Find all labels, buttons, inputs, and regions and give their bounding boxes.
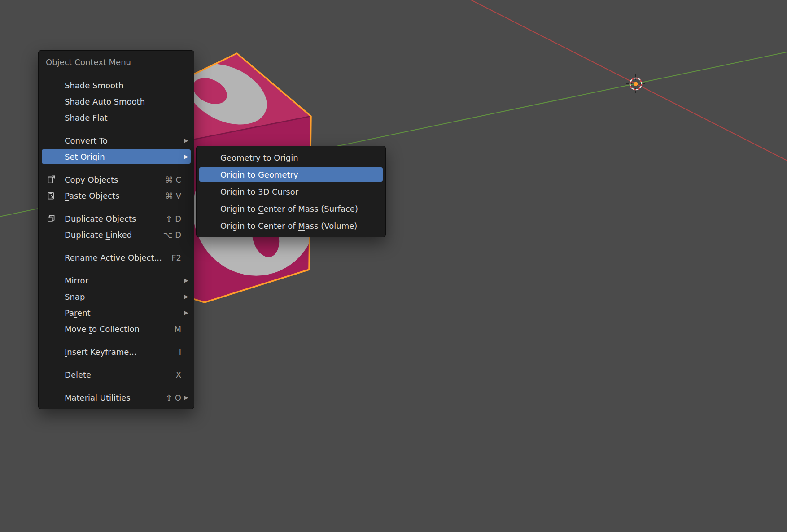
menu-item-label: Copy Objects xyxy=(65,175,118,184)
menu-section: Convert To ▶ Set Origin ▶ xyxy=(39,129,194,168)
object-origin-dot xyxy=(634,82,638,86)
menu-item-label: Duplicate Objects xyxy=(65,214,136,223)
menu-item-snap[interactable]: Snap ▶ xyxy=(39,288,194,305)
menu-item-shade-smooth[interactable]: Shade Smooth xyxy=(39,77,194,93)
menu-item-rename-active-object[interactable]: Rename Active Object... F2 xyxy=(39,249,194,266)
submenu-item-origin-to-center-of-mass-surface[interactable]: Origin to Center of Mass (Surface) xyxy=(197,200,385,217)
menu-item-label: Delete xyxy=(65,370,91,379)
menu-item-label: Rename Active Object... xyxy=(65,253,162,262)
menu-section: Delete X xyxy=(39,363,194,386)
menu-item-shortcut: M xyxy=(174,324,181,334)
paste-icon xyxy=(46,191,56,201)
menu-item-shortcut: ⇧ D xyxy=(166,214,181,223)
submenu-item-origin-to-3d-cursor[interactable]: Origin to 3D Cursor xyxy=(197,183,385,200)
submenu-item-origin-to-geometry[interactable]: Origin to Geometry xyxy=(197,166,385,183)
duplicate-icon xyxy=(46,214,56,223)
menu-item-copy-objects[interactable]: Copy Objects ⌘ C xyxy=(39,171,194,188)
set-origin-submenu: Geometry to Origin Origin to Geometry Or… xyxy=(196,146,386,237)
submenu-arrow-icon: ▶ xyxy=(181,394,191,401)
menu-item-shortcut: ⌘ V xyxy=(165,191,181,201)
submenu-arrow-icon: ▶ xyxy=(181,310,191,316)
menu-item-shade-auto-smooth[interactable]: Shade Auto Smooth xyxy=(39,93,194,109)
menu-section: Shade Smooth Shade Auto Smooth Shade Fla… xyxy=(39,74,194,129)
menu-item-shortcut: F2 xyxy=(171,253,181,262)
menu-item-material-utilities[interactable]: Material Utilities ⇧ Q ▶ xyxy=(39,389,194,406)
menu-item-shade-flat[interactable]: Shade Flat xyxy=(39,109,194,126)
submenu-item-geometry-to-origin[interactable]: Geometry to Origin xyxy=(197,149,385,166)
submenu-arrow-icon: ▶ xyxy=(181,277,191,283)
menu-section: Copy Objects ⌘ C Paste Objects ⌘ V xyxy=(39,168,194,207)
menu-item-label: Snap xyxy=(65,292,85,301)
object-context-menu: Object Context Menu Shade Smooth Shade A… xyxy=(38,50,194,409)
menu-section: Duplicate Objects ⇧ D Duplicate Linked ⌥… xyxy=(39,207,194,246)
menu-item-label: Set Origin xyxy=(65,152,105,161)
menu-item-shortcut: I xyxy=(179,347,181,357)
menu-item-label: Paste Objects xyxy=(65,191,119,201)
menu-section: Rename Active Object... F2 xyxy=(39,246,194,269)
submenu-item-origin-to-center-of-mass-volume[interactable]: Origin to Center of Mass (Volume) xyxy=(197,217,385,234)
menu-item-label: Origin to 3D Cursor xyxy=(220,187,298,196)
menu-item-label: Material Utilities xyxy=(65,393,131,402)
menu-section: Mirror ▶ Snap ▶ Parent ▶ Move to Collect… xyxy=(39,269,194,340)
menu-item-duplicate-linked[interactable]: Duplicate Linked ⌥ D xyxy=(39,227,194,243)
copy-icon xyxy=(46,174,56,184)
menu-item-shortcut: ⌥ D xyxy=(163,230,181,240)
menu-section: Material Utilities ⇧ Q ▶ xyxy=(39,386,194,409)
submenu-arrow-icon: ▶ xyxy=(181,137,191,144)
menu-item-shortcut: ⌘ C xyxy=(165,175,181,184)
menu-item-label: Origin to Geometry xyxy=(220,170,298,179)
menu-item-label: Convert To xyxy=(65,136,108,145)
menu-item-label: Mirror xyxy=(65,276,88,285)
menu-item-delete[interactable]: Delete X xyxy=(39,366,194,383)
menu-item-label: Origin to Center of Mass (Volume) xyxy=(220,221,357,231)
3d-cursor-icon xyxy=(626,74,645,93)
menu-item-label: Duplicate Linked xyxy=(65,230,132,240)
menu-item-duplicate-objects[interactable]: Duplicate Objects ⇧ D xyxy=(39,210,194,227)
submenu-arrow-icon: ▶ xyxy=(181,293,191,300)
context-menu-title: Object Context Menu xyxy=(39,51,194,74)
menu-section: Insert Keyframe... I xyxy=(39,340,194,363)
menu-item-convert-to[interactable]: Convert To ▶ xyxy=(39,132,194,148)
menu-item-label: Geometry to Origin xyxy=(220,153,298,162)
menu-item-insert-keyframe[interactable]: Insert Keyframe... I xyxy=(39,344,194,360)
menu-item-set-origin[interactable]: Set Origin ▶ xyxy=(39,148,194,165)
menu-item-parent[interactable]: Parent ▶ xyxy=(39,305,194,321)
menu-item-label: Shade Auto Smooth xyxy=(65,97,145,106)
menu-item-label: Shade Flat xyxy=(65,113,108,122)
menu-item-paste-objects[interactable]: Paste Objects ⌘ V xyxy=(39,188,194,204)
axis-x-line xyxy=(467,0,787,163)
menu-item-shortcut: ⇧ Q xyxy=(166,393,181,402)
menu-item-label: Origin to Center of Mass (Surface) xyxy=(220,204,358,214)
menu-item-label: Parent xyxy=(65,308,91,318)
menu-item-label: Shade Smooth xyxy=(65,81,124,90)
submenu-arrow-icon: ▶ xyxy=(181,153,191,160)
menu-item-label: Insert Keyframe... xyxy=(65,347,137,357)
menu-item-mirror[interactable]: Mirror ▶ xyxy=(39,272,194,288)
menu-item-shortcut: X xyxy=(176,370,181,379)
menu-item-move-to-collection[interactable]: Move to Collection M xyxy=(39,321,194,337)
menu-item-label: Move to Collection xyxy=(65,324,140,334)
